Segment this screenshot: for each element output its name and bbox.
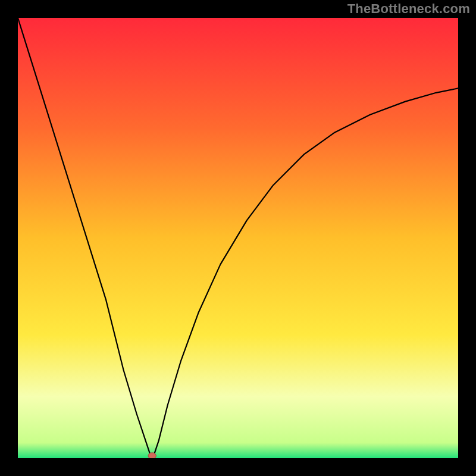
chart-svg — [18, 18, 458, 458]
watermark-text: TheBottleneck.com — [347, 1, 470, 17]
plot-area — [18, 18, 458, 458]
optimal-point-marker — [148, 453, 156, 458]
chart-frame: TheBottleneck.com — [0, 0, 476, 476]
gradient-background — [18, 18, 458, 458]
